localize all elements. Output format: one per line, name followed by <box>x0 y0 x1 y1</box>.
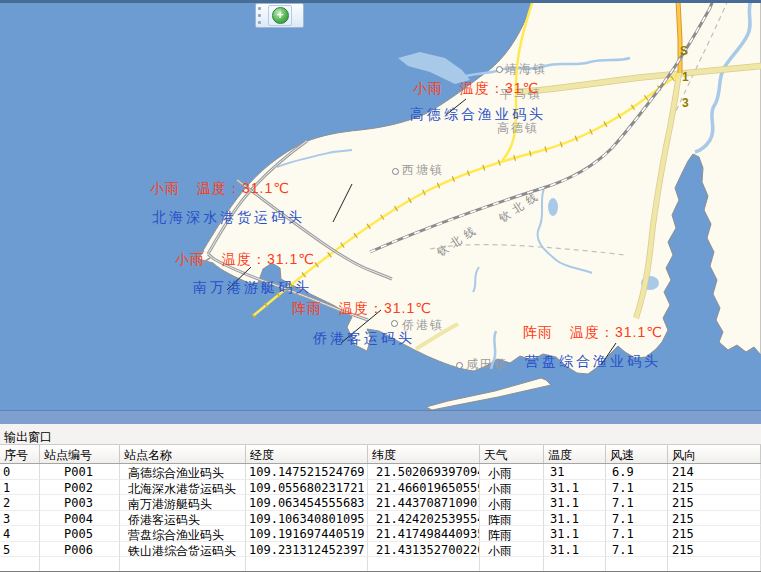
table-cell: 109.055680231721 <box>246 480 368 496</box>
table-cell: 小雨 <box>480 542 544 558</box>
table-cell: 109.106340801095 <box>246 511 368 527</box>
column-header-5[interactable]: 天气 <box>480 445 544 463</box>
table-cell: 109.063454555683 <box>246 495 368 511</box>
table-cell: 214 <box>668 464 761 480</box>
column-header-8[interactable]: 风向 <box>668 445 761 463</box>
map-canvas[interactable]: 靖海镇平马镇高德镇西塘镇侨港镇咸田镇小雨温度：31℃高德综合渔业码头小雨温度：3… <box>0 0 761 410</box>
table-cell: 阵雨 <box>480 526 544 542</box>
leader-line <box>341 310 381 343</box>
leader-line <box>333 184 352 222</box>
table-cell: 6.9 <box>606 464 668 480</box>
table-cell: 铁山港综合货运码头 <box>120 542 246 558</box>
table-cell: P002 <box>40 480 120 496</box>
leader-line <box>227 267 251 290</box>
column-header-6[interactable]: 温度 <box>544 445 606 463</box>
table-cell: P003 <box>40 495 120 511</box>
table-cell: 215 <box>668 480 761 496</box>
table-cell: 215 <box>668 511 761 527</box>
table-cell: 215 <box>668 526 761 542</box>
table-cell: 侨港客运码头 <box>120 511 246 527</box>
grid-rows: 0P001高德综合渔业码头109.14752152476921.50206939… <box>0 464 761 557</box>
column-header-3[interactable]: 经度 <box>246 445 368 463</box>
table-cell: 北海深水港货运码头 <box>120 480 246 496</box>
panel-title: 输出窗口 <box>0 424 761 445</box>
table-cell: 109.231312452397 <box>246 542 368 558</box>
table-cell: 31.1 <box>544 526 606 542</box>
empty-cell <box>668 557 761 571</box>
table-cell: 7.1 <box>606 495 668 511</box>
table-row[interactable]: 5P006铁山港综合货运码头109.23131245239721.4313527… <box>0 542 761 558</box>
table-cell: 7.1 <box>606 542 668 558</box>
empty-cell <box>480 557 544 571</box>
empty-cell <box>40 557 120 571</box>
table-cell: 1 <box>0 480 40 496</box>
table-cell: 小雨 <box>480 480 544 496</box>
map-top-edge <box>0 0 761 3</box>
table-row[interactable]: 4P005营盘综合渔业码头109.19169744051921.41749844… <box>0 526 761 542</box>
table-cell: 5 <box>0 542 40 558</box>
toolbar-grip-icon[interactable] <box>258 5 265 26</box>
column-header-4[interactable]: 纬度 <box>368 445 480 463</box>
column-header-1[interactable]: 站点编号 <box>40 445 120 463</box>
empty-cell <box>120 557 246 571</box>
empty-cell <box>368 557 480 571</box>
panel-splitter[interactable] <box>0 410 761 425</box>
column-header-0[interactable]: 序号 <box>0 445 40 463</box>
leader-lines-layer <box>0 0 761 410</box>
table-cell: 2 <box>0 495 40 511</box>
circle-plus-icon: + <box>272 7 289 24</box>
table-cell: 21.4437087109011 <box>368 495 480 511</box>
map-toolbar: + <box>255 3 304 28</box>
table-cell: 7.1 <box>606 511 668 527</box>
table-cell: 阵雨 <box>480 511 544 527</box>
empty-cell <box>0 557 40 571</box>
grid-filler-row <box>0 557 761 571</box>
table-cell: 31 <box>544 464 606 480</box>
table-cell: 0 <box>0 464 40 480</box>
column-header-2[interactable]: 站点名称 <box>120 445 246 463</box>
empty-cell <box>544 557 606 571</box>
table-cell: 21.4313527002203 <box>368 542 480 558</box>
add-button[interactable]: + <box>268 5 292 26</box>
data-grid[interactable]: 序号站点编号站点名称经度纬度天气温度风速风向 0P001高德综合渔业码头109.… <box>0 445 761 571</box>
table-cell: 21.4242025395549 <box>368 511 480 527</box>
table-row[interactable]: 1P002北海深水港货运码头109.05568023172121.4660196… <box>0 480 761 496</box>
table-cell: 31.1 <box>544 511 606 527</box>
table-cell: 4 <box>0 526 40 542</box>
table-cell: 109.147521524769 <box>246 464 368 480</box>
table-cell: 7.1 <box>606 526 668 542</box>
table-cell: 南万港游艇码头 <box>120 495 246 511</box>
table-cell: P006 <box>40 542 120 558</box>
table-cell: 小雨 <box>480 495 544 511</box>
table-cell: 3 <box>0 511 40 527</box>
table-cell: 高德综合渔业码头 <box>120 464 246 480</box>
table-cell: 31.1 <box>544 480 606 496</box>
table-row[interactable]: 3P004侨港客运码头109.10634080109521.4242025395… <box>0 511 761 527</box>
grid-header: 序号站点编号站点名称经度纬度天气温度风速风向 <box>0 445 761 464</box>
empty-cell <box>246 557 368 571</box>
table-cell: 31.1 <box>544 495 606 511</box>
table-cell: 21.4174984409359 <box>368 526 480 542</box>
empty-cell <box>606 557 668 571</box>
output-panel: 输出窗口 序号站点编号站点名称经度纬度天气温度风速风向 0P001高德综合渔业码… <box>0 424 761 572</box>
column-header-7[interactable]: 风速 <box>606 445 668 463</box>
leader-line <box>446 99 466 115</box>
gis-application-window: 靖海镇平马镇高德镇西塘镇侨港镇咸田镇小雨温度：31℃高德综合渔业码头小雨温度：3… <box>0 0 761 572</box>
table-row[interactable]: 2P003南万港游艇码头109.06345455568321.443708710… <box>0 495 761 511</box>
table-cell: 215 <box>668 495 761 511</box>
table-cell: 215 <box>668 542 761 558</box>
table-cell: 109.191697440519 <box>246 526 368 542</box>
table-cell: 7.1 <box>606 480 668 496</box>
table-cell: 小雨 <box>480 464 544 480</box>
table-cell: 31.1 <box>544 542 606 558</box>
leader-line <box>601 343 616 365</box>
table-cell: P004 <box>40 511 120 527</box>
table-row[interactable]: 0P001高德综合渔业码头109.14752152476921.50206939… <box>0 464 761 480</box>
table-cell: P005 <box>40 526 120 542</box>
table-cell: 21.5020693970949 <box>368 464 480 480</box>
table-cell: P001 <box>40 464 120 480</box>
table-cell: 21.4660196505596 <box>368 480 480 496</box>
table-cell: 营盘综合渔业码头 <box>120 526 246 542</box>
